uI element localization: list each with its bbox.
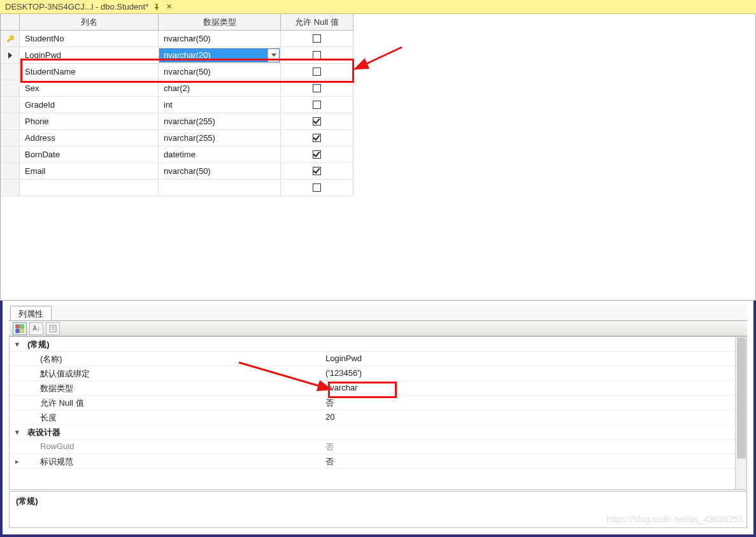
table-row[interactable]: Sexchar(2) [1,80,755,97]
props-page-button[interactable] [46,322,60,335]
scrollbar[interactable] [735,337,746,489]
cell-allow-null[interactable] [281,113,353,130]
expand-icon[interactable] [10,440,25,454]
table-row[interactable]: StudentNamenvarchar(50) [1,64,755,80]
row-selector[interactable] [1,47,20,64]
table-row[interactable]: LoginPwdnvarchar(20) [1,47,755,64]
row-selector[interactable] [1,97,20,113]
document-tab[interactable]: DESKTOP-3NS4GCJ...l - dbo.Student* ✕ [0,0,178,13]
table-row[interactable] [1,180,755,196]
pin-icon[interactable] [153,4,160,10]
cell-column-name[interactable]: Phone [20,113,159,130]
cell-column-name[interactable]: BornDate [20,147,159,163]
row-selector[interactable] [1,163,20,180]
cell-allow-null[interactable] [281,147,353,163]
cell-data-type[interactable]: nvarchar(255) [159,113,281,130]
cell-column-name[interactable]: LoginPwd [20,47,159,64]
property-value[interactable]: 否 [322,440,746,454]
header-null[interactable]: 允许 Null 值 [281,14,353,31]
cell-data-type[interactable]: datetime [159,147,281,163]
table-row[interactable]: Emailnvarchar(50) [1,163,755,180]
datatype-input[interactable]: nvarchar(20) [160,49,267,62]
table-row[interactable]: BornDatedatetime [1,147,755,163]
property-row[interactable]: 允许 Null 值否 [10,396,746,410]
alphabetical-button[interactable]: A↓ [29,322,43,335]
table-row[interactable]: 🔑StudentNonvarchar(50) [1,31,755,47]
row-selector[interactable] [1,113,20,130]
row-selector[interactable] [1,180,20,196]
cell-data-type[interactable]: nvarchar(255) [159,130,281,147]
null-checkbox[interactable] [313,183,321,192]
scroll-thumb[interactable] [737,338,746,459]
property-row[interactable]: 数据类型nvarchar [10,381,746,396]
null-checkbox[interactable] [313,101,321,109]
props-tab-column[interactable]: 列属性 [10,306,52,320]
row-selector[interactable] [1,130,20,147]
categorized-button[interactable] [13,322,27,335]
null-checkbox[interactable] [313,51,321,59]
collapse-icon[interactable]: ▾ [10,425,25,439]
property-row[interactable]: (名称)LoginPwd [10,352,746,366]
table-row[interactable]: GradeIdint [1,97,755,113]
expand-icon[interactable] [10,366,25,380]
expand-icon[interactable] [10,410,25,424]
cell-data-type[interactable]: nvarchar(20) [159,47,281,64]
header-type[interactable]: 数据类型 [159,14,281,31]
cell-column-name[interactable]: Address [20,130,159,147]
property-row[interactable]: ▸标识规范否 [10,454,746,469]
cell-data-type[interactable]: int [159,97,281,113]
collapse-icon[interactable]: ▾ [10,337,25,351]
row-selector[interactable] [1,147,20,163]
null-checkbox[interactable] [313,68,321,76]
cell-data-type[interactable]: nvarchar(50) [159,31,281,47]
cell-column-name[interactable]: StudentNo [20,31,159,47]
cell-column-name[interactable]: Sex [20,80,159,97]
cell-column-name[interactable]: Email [20,163,159,180]
prop-category-designer[interactable]: ▾ 表设计器 [10,425,746,440]
row-selector[interactable]: 🔑 [1,31,20,47]
cell-allow-null[interactable] [281,163,353,180]
property-value[interactable]: 否 [322,396,746,410]
cell-data-type[interactable]: nvarchar(50) [159,64,281,80]
cell-column-name[interactable] [20,180,159,196]
null-checkbox[interactable] [313,34,321,43]
null-checkbox[interactable] [313,150,321,159]
property-value[interactable]: nvarchar [322,381,746,395]
property-grid[interactable]: ▾ (常规) (名称)LoginPwd默认值或绑定('123456')数据类型n… [9,336,747,490]
null-checkbox[interactable] [313,134,321,142]
cell-allow-null[interactable] [281,180,353,196]
null-checkbox[interactable] [313,117,321,125]
cell-allow-null[interactable] [281,31,353,47]
prop-category-general[interactable]: ▾ (常规) [10,337,746,352]
property-value[interactable]: 20 [322,410,746,424]
null-checkbox[interactable] [313,167,321,175]
row-selector[interactable] [1,64,20,80]
cell-allow-null[interactable] [281,80,353,97]
expand-icon[interactable] [10,381,25,395]
chevron-down-icon[interactable] [267,49,279,62]
property-value[interactable]: 否 [322,454,746,468]
cell-allow-null[interactable] [281,64,353,80]
cell-allow-null[interactable] [281,97,353,113]
table-row[interactable]: Phonenvarchar(255) [1,113,755,130]
cell-data-type[interactable]: char(2) [159,80,281,97]
property-value[interactable]: LoginPwd [322,352,746,366]
row-selector[interactable] [1,80,20,97]
expand-icon[interactable] [10,352,25,366]
expand-icon[interactable] [10,396,25,410]
property-value[interactable]: ('123456') [322,366,746,380]
close-icon[interactable]: ✕ [165,3,173,11]
property-row[interactable]: RowGuid否 [10,440,746,454]
null-checkbox[interactable] [313,84,321,92]
cell-data-type[interactable] [159,180,281,196]
header-name[interactable]: 列名 [20,14,159,31]
property-row[interactable]: 长度20 [10,410,746,425]
property-row[interactable]: 默认值或绑定('123456') [10,366,746,381]
cell-allow-null[interactable] [281,130,353,147]
table-row[interactable]: Addressnvarchar(255) [1,130,755,147]
cell-column-name[interactable]: StudentName [20,64,159,80]
cell-data-type[interactable]: nvarchar(50) [159,163,281,180]
cell-allow-null[interactable] [281,47,353,64]
expand-icon[interactable]: ▸ [10,454,25,468]
cell-column-name[interactable]: GradeId [20,97,159,113]
